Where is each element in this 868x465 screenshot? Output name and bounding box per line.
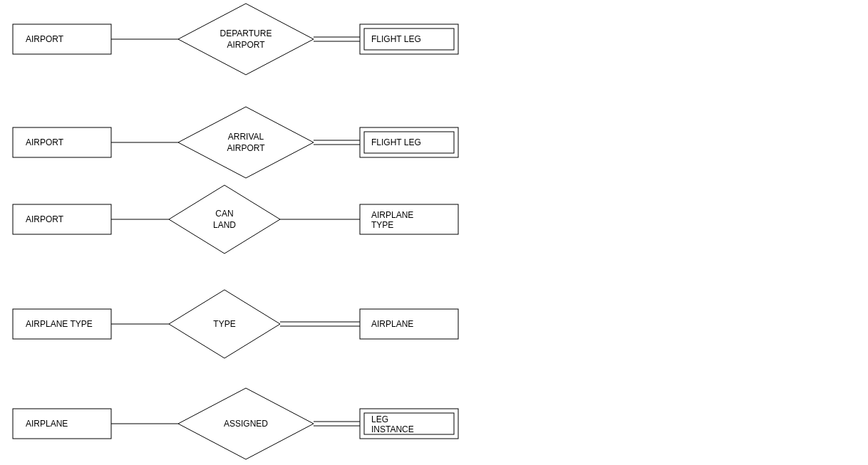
er-diagram: AIRPORTDEPARTUREAIRPORTFLIGHT LEGAIRPORT… <box>0 0 868 465</box>
relationship-label-line-2: LAND <box>213 220 236 230</box>
er-row: AIRPLANEASSIGNEDLEGINSTANCE <box>13 388 458 459</box>
entity-left-label: AIRPLANE <box>26 419 68 429</box>
entity-right-label-line-1: AIRPLANE <box>371 210 413 220</box>
er-row: AIRPORTARRIVALAIRPORTFLIGHT LEG <box>13 107 458 178</box>
entity-right-label: FLIGHT LEG <box>371 137 421 147</box>
relationship-label-line-1: CAN <box>215 209 233 219</box>
relationship-diamond <box>178 4 314 75</box>
relationship-diamond <box>178 107 314 178</box>
entity-right-label: FLIGHT LEG <box>371 34 421 44</box>
entity-right-label-line-2: TYPE <box>371 220 393 230</box>
entity-left-label: AIRPORT <box>26 137 64 147</box>
entity-left-label: AIRPORT <box>26 214 64 224</box>
entity-right-label-line-2: INSTANCE <box>371 424 414 434</box>
er-row: AIRPORTDEPARTUREAIRPORTFLIGHT LEG <box>13 4 458 75</box>
relationship-label-line-1: ARRIVAL <box>228 132 264 142</box>
relationship-label-line-2: AIRPORT <box>227 40 265 50</box>
entity-left-label: AIRPLANE TYPE <box>26 319 93 329</box>
entity-right-label: AIRPLANE <box>371 319 413 329</box>
er-row: AIRPORTCANLANDAIRPLANETYPE <box>13 185 458 254</box>
relationship-diamond <box>169 185 280 254</box>
relationship-label-line-1: DEPARTURE <box>220 28 272 38</box>
entity-left-label: AIRPORT <box>26 34 64 44</box>
relationship-label: ASSIGNED <box>224 419 268 429</box>
er-row: AIRPLANE TYPETYPEAIRPLANE <box>13 290 458 358</box>
entity-right-label-line-1: LEG <box>371 414 388 424</box>
relationship-label: TYPE <box>213 319 235 329</box>
relationship-label-line-2: AIRPORT <box>227 143 265 153</box>
